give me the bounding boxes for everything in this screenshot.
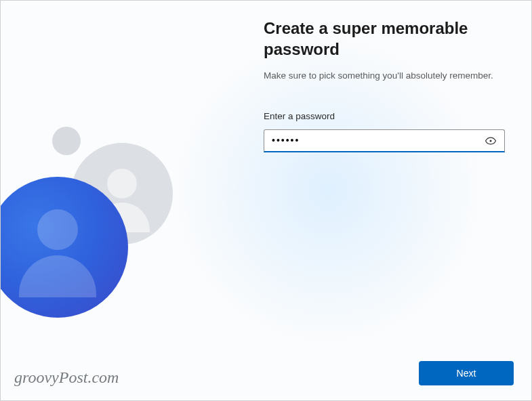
svg-point-0 — [490, 140, 492, 142]
avatar-illustration — [1, 123, 184, 326]
eye-icon — [485, 135, 497, 147]
decorative-dot — [52, 127, 81, 155]
password-field-wrapper — [264, 129, 505, 152]
person-icon-grey — [71, 143, 173, 245]
page-title: Create a super memorable password — [264, 18, 505, 60]
watermark-text: groovyPost.com — [14, 368, 119, 387]
person-icon-blue — [0, 177, 128, 318]
password-input[interactable] — [264, 129, 505, 152]
password-label: Enter a password — [264, 111, 505, 121]
password-reveal-button[interactable] — [480, 129, 501, 152]
setup-form: Create a super memorable password Make s… — [264, 18, 505, 152]
page-subtitle: Make sure to pick something you'll absol… — [264, 69, 505, 83]
next-button[interactable]: Next — [419, 361, 514, 385]
